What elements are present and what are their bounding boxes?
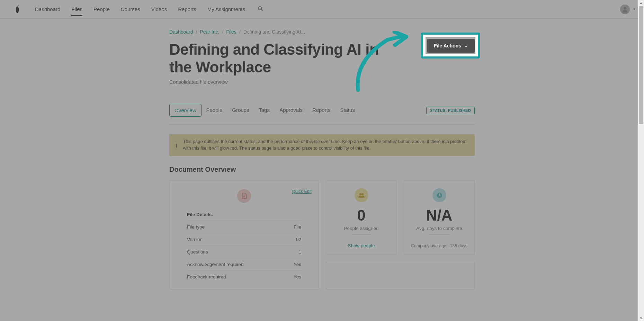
breadcrumb-link-dashboard[interactable]: Dashboard <box>169 29 193 35</box>
stat-people-value: 0 <box>357 208 365 223</box>
file-actions-button[interactable]: File Actions ⌄ <box>427 39 475 53</box>
nav-label: Dashboard <box>35 6 60 12</box>
detail-row: Questions1 <box>187 246 301 258</box>
tab-label: Groups <box>232 107 249 113</box>
person-icon <box>622 6 628 12</box>
nav-files[interactable]: Files <box>66 0 88 19</box>
show-people-link[interactable]: Show people <box>348 243 375 248</box>
detail-val: Yes <box>294 262 301 267</box>
stat-avg-value: N/A <box>426 208 453 223</box>
file-details-card: Quick Edit File Details: File typeFile V… <box>169 180 319 289</box>
nav-label: My Assignments <box>207 6 245 12</box>
tab-label: Reports <box>312 107 331 113</box>
tab-approvals[interactable]: Approvals <box>275 104 307 117</box>
people-assigned-card: 0 People assigned Show people <box>326 180 397 255</box>
partial-card <box>326 262 475 289</box>
svg-point-5 <box>361 193 364 195</box>
nav-label: Courses <box>121 6 140 12</box>
nav-label: Videos <box>151 6 167 12</box>
svg-point-2 <box>624 7 626 10</box>
page-title: Defining and Classifying AI in the Workp… <box>169 41 384 76</box>
app-logo[interactable] <box>5 5 29 14</box>
tab-status[interactable]: Status <box>335 104 360 117</box>
detail-key: Questions <box>187 249 208 255</box>
nav-courses[interactable]: Courses <box>115 0 146 19</box>
detail-row: File typeFile <box>187 221 301 233</box>
tab-groups[interactable]: Groups <box>227 104 254 117</box>
svg-point-0 <box>258 7 261 10</box>
breadcrumb: Dashboard / Pear Inc. / Files / Defining… <box>169 29 475 35</box>
avg-days-card: N/A Avg. days to complete Company averag… <box>404 180 475 255</box>
tab-reports[interactable]: Reports <box>307 104 336 117</box>
divider <box>351 234 372 235</box>
detail-val: Yes <box>294 274 301 279</box>
clock-icon-circle <box>432 188 446 202</box>
status-badge[interactable]: STATUS: PUBLISHED <box>426 107 475 114</box>
breadcrumb-link-files[interactable]: Files <box>226 29 236 35</box>
quick-edit-link[interactable]: Quick Edit <box>292 189 312 194</box>
detail-row: Acknowledgement requiredYes <box>187 258 301 270</box>
info-banner: i This page outlines the current status,… <box>169 134 475 156</box>
detail-val: File <box>294 224 301 230</box>
file-details-heading: File Details: <box>187 212 301 217</box>
nav-dashboard[interactable]: Dashboard <box>29 0 66 19</box>
stat-people-label: People assigned <box>344 226 379 231</box>
chevron-down-icon: ▾ <box>633 7 635 11</box>
nav-my-assignments[interactable]: My Assignments <box>202 0 251 19</box>
tab-people[interactable]: People <box>202 104 227 117</box>
tab-label: Status <box>340 107 355 113</box>
detail-val: 1 <box>298 249 301 255</box>
user-menu[interactable]: ▾ <box>620 5 635 14</box>
chevron-down-icon: ⌄ <box>465 44 468 48</box>
detail-row: Version02 <box>187 233 301 246</box>
stat-avg-footnote: Company average: 135 days <box>411 243 467 248</box>
nav-links: Dashboard Files People Courses Videos Re… <box>29 0 251 19</box>
nav-label: People <box>93 6 110 12</box>
detail-key: Version <box>187 237 203 242</box>
stat-avg-label: Avg. days to complete <box>416 226 462 231</box>
breadcrumb-link-company[interactable]: Pear Inc. <box>200 29 219 35</box>
people-icon <box>358 193 365 198</box>
page-subtitle: Consolidated file overview <box>169 79 475 85</box>
search-icon <box>258 6 263 11</box>
page-content: Dashboard / Pear Inc. / Files / Defining… <box>169 19 475 289</box>
tab-overview[interactable]: Overview <box>169 104 202 117</box>
nav-videos[interactable]: Videos <box>146 0 173 19</box>
scrollbar[interactable]: ▲ ▼ <box>638 0 644 321</box>
detail-row: Feedback requiredYes <box>187 270 301 283</box>
scrollbar-thumb[interactable] <box>639 6 643 124</box>
tab-tags[interactable]: Tags <box>254 104 275 117</box>
nav-reports[interactable]: Reports <box>172 0 202 19</box>
scroll-up-icon[interactable]: ▲ <box>639 1 643 5</box>
cards-row: Quick Edit File Details: File typeFile V… <box>169 180 475 289</box>
pdf-file-icon <box>241 193 247 199</box>
breadcrumb-sep: / <box>196 29 197 35</box>
detail-val: 02 <box>296 237 301 242</box>
content-tabs-row: Overview People Groups Tags Approvals Re… <box>169 104 475 117</box>
section-heading: Document Overview <box>169 166 475 173</box>
svg-line-1 <box>261 9 262 11</box>
file-icon-circle <box>237 189 251 203</box>
scroll-down-icon[interactable]: ▼ <box>639 316 643 320</box>
tab-label: Approvals <box>279 107 303 113</box>
detail-key: Acknowledgement required <box>187 262 244 267</box>
content-tabs: Overview People Groups Tags Approvals Re… <box>169 104 360 117</box>
clock-icon <box>436 192 442 198</box>
nav-people[interactable]: People <box>88 0 115 19</box>
top-nav: Dashboard Files People Courses Videos Re… <box>0 0 644 19</box>
avatar <box>620 5 630 14</box>
breadcrumb-sep: / <box>239 29 241 35</box>
footnote-prefix: Company average: <box>411 243 448 248</box>
divider <box>169 124 475 125</box>
detail-key: File type <box>187 224 205 230</box>
people-icon-circle <box>355 188 368 202</box>
nav-label: Reports <box>178 6 196 12</box>
detail-key: Feedback required <box>187 274 226 279</box>
breadcrumb-sep: / <box>222 29 223 35</box>
breadcrumb-current: Defining and Classifying AI... <box>243 29 305 35</box>
tab-label: People <box>206 107 223 113</box>
file-actions-label: File Actions <box>434 43 461 48</box>
search-button[interactable] <box>258 6 263 13</box>
pear-logo-icon <box>14 5 20 14</box>
tab-label: Tags <box>259 107 270 113</box>
